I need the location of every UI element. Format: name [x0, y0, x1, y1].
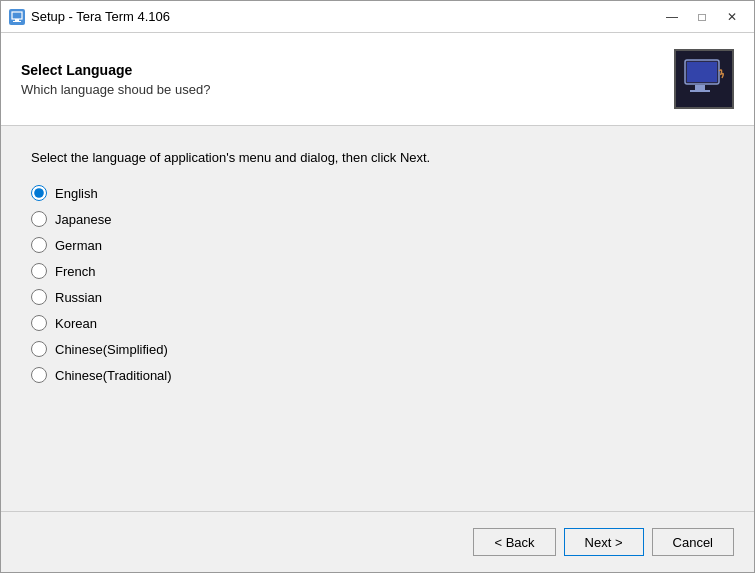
language-option[interactable]: Chinese(Simplified): [31, 341, 724, 357]
minimize-button[interactable]: —: [658, 7, 686, 27]
back-button[interactable]: < Back: [473, 528, 555, 556]
footer: < Back Next > Cancel: [1, 511, 754, 572]
header-image: [674, 49, 734, 109]
next-button[interactable]: Next >: [564, 528, 644, 556]
svg-rect-4: [687, 62, 717, 82]
maximize-button[interactable]: □: [688, 7, 716, 27]
setup-window: Setup - Tera Term 4.106 — □ ✕ Select Lan…: [0, 0, 755, 573]
language-option[interactable]: Chinese(Traditional): [31, 367, 724, 383]
label-lang-korean[interactable]: Korean: [55, 316, 97, 331]
header-text: Select Language Which language shoud be …: [21, 62, 210, 97]
window-title: Setup - Tera Term 4.106: [31, 9, 170, 24]
header-subheading: Which language shoud be used?: [21, 82, 210, 97]
radio-lang-german[interactable]: [31, 237, 47, 253]
window-controls: — □ ✕: [658, 7, 746, 27]
instruction-text: Select the language of application's men…: [31, 150, 724, 165]
label-lang-french[interactable]: French: [55, 264, 95, 279]
language-radio-group: EnglishJapaneseGermanFrenchRussianKorean…: [31, 185, 724, 383]
label-lang-japanese[interactable]: Japanese: [55, 212, 111, 227]
radio-lang-russian[interactable]: [31, 289, 47, 305]
language-option[interactable]: German: [31, 237, 724, 253]
svg-rect-6: [690, 90, 710, 92]
label-lang-english[interactable]: English: [55, 186, 98, 201]
label-lang-russian[interactable]: Russian: [55, 290, 102, 305]
radio-lang-korean[interactable]: [31, 315, 47, 331]
label-lang-chinese-traditional[interactable]: Chinese(Traditional): [55, 368, 172, 383]
svg-rect-5: [695, 85, 705, 90]
language-option[interactable]: French: [31, 263, 724, 279]
svg-rect-2: [13, 21, 21, 22]
svg-rect-0: [12, 12, 22, 19]
language-option[interactable]: Russian: [31, 289, 724, 305]
label-lang-chinese-simplified[interactable]: Chinese(Simplified): [55, 342, 168, 357]
language-option[interactable]: Korean: [31, 315, 724, 331]
radio-lang-japanese[interactable]: [31, 211, 47, 227]
header-heading: Select Language: [21, 62, 210, 78]
app-icon: [9, 9, 25, 25]
radio-lang-english[interactable]: [31, 185, 47, 201]
header-section: Select Language Which language shoud be …: [1, 33, 754, 126]
title-bar-left: Setup - Tera Term 4.106: [9, 9, 170, 25]
radio-lang-french[interactable]: [31, 263, 47, 279]
close-button[interactable]: ✕: [718, 7, 746, 27]
main-content: Select the language of application's men…: [1, 126, 754, 511]
monitor-icon: [681, 56, 727, 102]
language-option[interactable]: English: [31, 185, 724, 201]
language-option[interactable]: Japanese: [31, 211, 724, 227]
label-lang-german[interactable]: German: [55, 238, 102, 253]
title-bar: Setup - Tera Term 4.106 — □ ✕: [1, 1, 754, 33]
svg-rect-1: [15, 19, 19, 21]
radio-lang-chinese-simplified[interactable]: [31, 341, 47, 357]
radio-lang-chinese-traditional[interactable]: [31, 367, 47, 383]
cancel-button[interactable]: Cancel: [652, 528, 734, 556]
